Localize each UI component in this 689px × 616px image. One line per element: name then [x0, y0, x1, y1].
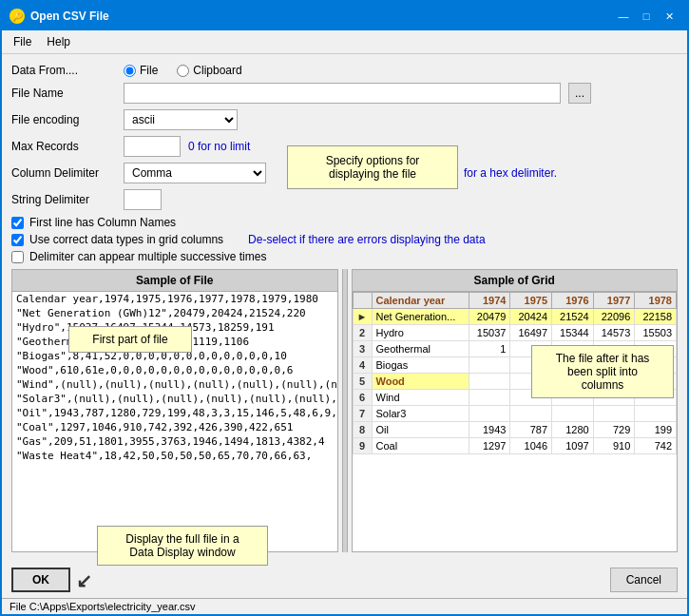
cancel-button[interactable]: Cancel [610, 568, 678, 592]
grid-th-1975: 1975 [510, 293, 552, 309]
sample-grid-panel: Sample of Grid Calendar year 1974 1975 1… [352, 269, 679, 552]
tooltip-text: Specify options for displaying the file [326, 154, 420, 181]
data-source-group: File Clipboard [124, 64, 242, 77]
file-name-input[interactable]: C:\Apps\Exports\electricity_year.csv [124, 83, 561, 104]
grid-cell-val-5-2 [552, 390, 594, 406]
file-encoding-row: File encoding ascii [11, 109, 678, 130]
checkbox-row-3: Delimiter can appear multiple successive… [11, 250, 678, 263]
file-line-9: "Coal",1297,1046,910,742,392,426,390,422… [12, 420, 337, 434]
file-line-5: "Wood",610,61e,0,0,0,0,0,0,0,0,0,0,0,0,0… [12, 363, 337, 377]
deselect-hint: De-select if there are errors displaying… [248, 233, 485, 246]
grid-cell-rownum-2: 3 [353, 341, 372, 357]
file-encoding-select[interactable]: ascii [124, 109, 238, 130]
grid-th-1974: 1974 [469, 293, 510, 309]
grid-cell-label-4: Wood [372, 374, 469, 390]
bottom-row: OK Display the full file in a Data Displ… [2, 562, 687, 598]
close-button[interactable]: ✕ [659, 7, 679, 26]
grid-cell-val-5-1 [510, 390, 552, 406]
string-delimiter-input[interactable]: " [124, 189, 162, 210]
column-delimiter-label: Column Delimiter [11, 166, 116, 180]
grid-cell-val-3-4: 53 [635, 357, 677, 374]
grid-cell-label-7: Oil [372, 422, 469, 438]
grid-cell-rownum-3: 4 [353, 357, 372, 374]
data-from-label: Data From.... [11, 64, 116, 77]
grid-th-1978: 1978 [635, 293, 677, 309]
file-radio-option[interactable]: File [124, 64, 158, 77]
max-records-input[interactable]: 0 [124, 136, 181, 157]
grid-cell-val-3-3 [593, 357, 635, 374]
grid-cell-label-5: Wind [372, 390, 469, 406]
menu-file[interactable]: File [6, 32, 39, 51]
grid-cell-val-2-4: 1239 [635, 341, 677, 357]
string-delimiter-row: String Delimiter " [11, 189, 678, 210]
grid-cell-rownum-1: 2 [353, 325, 372, 341]
first-line-checkbox[interactable] [11, 217, 24, 229]
grid-cell-label-1: Hydro [372, 325, 469, 341]
multiple-delimiters-checkbox[interactable] [11, 251, 24, 263]
panel-splitter[interactable] [342, 269, 348, 552]
browse-button[interactable]: ... [568, 83, 591, 104]
grid-cell-val-6-0 [469, 406, 510, 422]
grid-cell-val-0-4: 22158 [635, 309, 677, 325]
file-line-2: "Hydro",15037,16497,15344,14573,18259,19… [12, 320, 337, 335]
grid-cell-val-8-3: 910 [593, 438, 635, 454]
grid-cell-val-0-1: 20424 [510, 309, 552, 325]
file-line-6: "Wind",(null),(null),(null),(null),(null… [12, 377, 337, 392]
maximize-button[interactable]: □ [636, 7, 657, 26]
grid-cell-val-1-1: 16497 [510, 325, 552, 341]
grid-cell-val-8-4: 742 [635, 438, 677, 454]
grid-row-3: 4Biogas53 [353, 357, 677, 374]
file-line-3: "Geothermal",1258,1250,1320,1119,1106 [12, 335, 337, 349]
file-encoding-label: File encoding [11, 113, 116, 126]
window-icon: 🔑 [10, 9, 25, 24]
grid-cell-val-0-3: 22096 [593, 309, 635, 325]
window-title: Open CSV File [30, 10, 613, 23]
grid-cell-val-4-2 [552, 374, 594, 390]
max-records-label: Max Records [11, 140, 116, 153]
grid-cell-val-8-0: 1297 [469, 438, 510, 454]
correct-data-types-checkbox[interactable] [11, 234, 24, 246]
grid-cell-val-4-4: 610 [635, 374, 677, 390]
grid-row-8: 9Coal129710461097910742 [353, 438, 677, 454]
grid-cell-val-1-4: 15503 [635, 325, 677, 341]
grid-cell-val-4-3 [593, 374, 635, 390]
ok-button[interactable]: OK [11, 568, 70, 592]
file-radio[interactable] [124, 65, 136, 77]
max-records-row: Max Records 0 0 for no limit [11, 136, 678, 157]
grid-cell-val-6-3 [593, 406, 635, 422]
grid-cell-label-8: Coal [372, 438, 469, 454]
sample-file-content[interactable]: Calendar year,1974,1975,1976,1977,1978,1… [12, 292, 337, 551]
status-text: File C:\Apps\Exports\electricity_year.cs… [10, 601, 196, 612]
grid-cell-val-0-0: 20479 [469, 309, 510, 325]
column-delimiter-select[interactable]: Comma [124, 163, 266, 183]
grid-cell-val-6-1 [510, 406, 552, 422]
menu-help[interactable]: Help [39, 32, 78, 51]
grid-cell-rownum-7: 8 [353, 422, 372, 438]
sample-grid-header: Sample of Grid [353, 270, 678, 292]
grid-cell-label-3: Biogas [372, 357, 469, 374]
grid-row-4: 5Wood610 [353, 374, 677, 390]
grid-cell-val-1-3: 14573 [593, 325, 635, 341]
grid-table: Calendar year 1974 1975 1976 1977 1978 ►… [353, 292, 678, 454]
grid-cell-rownum-6: 7 [353, 406, 372, 422]
status-bar: File C:\Apps\Exports\electricity_year.cs… [2, 598, 687, 614]
clipboard-radio-option[interactable]: Clipboard [177, 64, 241, 77]
grid-cell-val-7-0: 1943 [469, 422, 510, 438]
minimize-button[interactable]: — [613, 7, 634, 26]
grid-cell-val-2-3 [593, 341, 635, 357]
grid-cell-val-5-0 [469, 390, 510, 406]
max-records-hint: 0 for no limit [188, 140, 250, 153]
grid-cell-val-8-1: 1046 [510, 438, 552, 454]
grid-cell-rownum-4: 5 [353, 374, 372, 390]
file-line-4: "Biogas",8,41,52,0,0,0,0,0,0,0,0,0,0,0,0… [12, 349, 337, 363]
checkbox-row-2: Use correct data types in grid columns D… [11, 233, 678, 246]
correct-data-types-label: Use correct data types in grid columns [29, 233, 223, 246]
grid-cell-val-4-1 [510, 374, 552, 390]
grid-table-wrapper[interactable]: Calendar year 1974 1975 1976 1977 1978 ►… [353, 292, 678, 551]
clipboard-radio[interactable] [177, 65, 189, 77]
main-content: Data From.... File Clipboard File Name C… [2, 54, 687, 562]
samples-section: Sample of File Calendar year,1974,1975,1… [11, 269, 678, 552]
grid-cell-rownum-5: 6 [353, 390, 372, 406]
grid-cell-val-1-0: 15037 [469, 325, 510, 341]
checkbox-row-1: First line has Column Names [11, 216, 678, 229]
